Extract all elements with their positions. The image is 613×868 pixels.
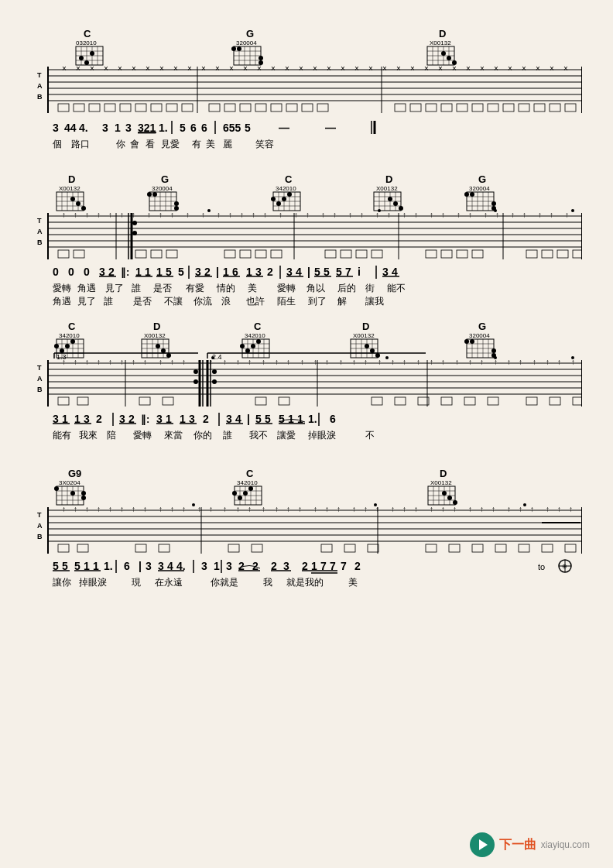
svg-text:×: × [341,64,345,73]
svg-text:是否: 是否 [153,283,172,293]
svg-text:來當: 來當 [164,430,183,441]
svg-text:你: 你 [115,139,125,149]
svg-text:↑: ↑ [108,505,112,513]
svg-text:×: × [243,64,248,73]
svg-text:愛轉: 愛轉 [133,430,152,441]
svg-rect-615 [252,544,262,552]
svg-text:有愛: 有愛 [186,283,204,293]
svg-text:能不: 能不 [387,283,406,293]
svg-rect-252 [325,250,336,258]
svg-text:見愛: 見愛 [161,139,180,149]
svg-text:你流: 你流 [193,296,212,307]
svg-point-626 [192,503,195,506]
svg-text:↑: ↑ [414,505,418,513]
svg-text:笑容: 笑容 [255,139,274,149]
svg-text:⊕: ⊕ [562,563,567,570]
svg-point-628 [523,503,526,506]
svg-text:↑: ↑ [228,211,232,219]
svg-rect-90 [240,104,251,112]
svg-rect-249 [240,250,251,258]
svg-text:↑: ↑ [132,505,135,513]
svg-text:街: 街 [365,283,375,293]
svg-point-627 [374,503,377,506]
svg-text:↑: ↑ [313,505,317,513]
svg-rect-448 [77,397,88,405]
svg-text:↑: ↑ [480,358,484,366]
svg-text:↑: ↑ [279,211,283,219]
svg-rect-456 [441,397,452,405]
svg-text:↑: ↑ [352,505,356,513]
svg-rect-256 [426,250,437,258]
svg-text:解: 解 [337,296,347,307]
svg-rect-624 [542,544,553,552]
svg-text:1: 1 [214,560,220,572]
svg-text:↑: ↑ [387,211,391,219]
svg-point-360 [156,344,160,348]
svg-text:↑: ↑ [430,211,433,219]
svg-text:×: × [299,64,303,73]
svg-point-171 [282,197,286,201]
svg-text:1.: 1. [159,122,168,134]
svg-rect-447 [58,397,69,405]
svg-text:655: 655 [223,122,241,134]
svg-text:↑: ↑ [248,505,252,513]
tab-B-s2: B [37,238,43,246]
svg-point-372 [245,348,250,353]
svg-text:誰: 誰 [132,283,141,293]
chord-D-s2: D [68,173,75,185]
svg-text:↑: ↑ [550,211,553,219]
svg-rect-246 [151,250,162,258]
svg-text:5: 5 [178,266,184,278]
svg-point-272 [132,231,137,235]
svg-text:5: 5 [180,122,186,134]
svg-rect-251 [271,250,282,258]
svg-text:↑: ↑ [519,358,522,366]
chord-grid-G9-s4 [54,486,86,505]
svg-text:↑: ↑ [209,505,213,513]
svg-text:↑: ↑ [62,211,66,219]
svg-text:↑: ↑ [414,211,418,219]
svg-rect-260 [526,250,537,258]
play-button[interactable] [470,832,495,857]
svg-text:路口: 路口 [71,139,90,149]
svg-text:×: × [104,64,108,73]
svg-rect-87 [182,104,193,112]
svg-text:↑: ↑ [557,505,561,513]
svg-rect-610 [58,544,69,552]
svg-text:↑: ↑ [507,505,511,513]
chord-C-s1-fret: 032010 [76,39,97,46]
svg-text:↑: ↑ [143,505,147,513]
svg-rect-85 [151,104,162,112]
svg-text:×: × [118,64,122,73]
svg-text:×: × [132,64,136,73]
svg-rect-257 [441,250,452,258]
svg-rect-254 [356,250,367,258]
svg-rect-453 [372,397,382,405]
svg-text:↑: ↑ [263,211,267,219]
svg-rect-461 [573,397,582,405]
svg-text:‖:: ‖: [121,266,129,278]
svg-rect-458 [488,397,498,405]
svg-rect-97 [410,104,421,112]
chord-D-s2-fret: X00132 [59,185,80,192]
svg-point-22 [259,56,263,60]
svg-text:↑: ↑ [108,358,112,366]
svg-text:你就是: 你就是 [210,577,238,588]
next-song-label[interactable]: 下一曲 [499,837,536,853]
chord-G-s2-2: G [478,173,486,185]
svg-text:—: — [279,122,289,134]
svg-text:↑: ↑ [306,211,310,219]
svg-text:↑: ↑ [364,505,368,513]
svg-point-383 [365,344,369,348]
svg-text:↑: ↑ [402,505,406,513]
svg-rect-454 [395,397,406,405]
svg-point-159 [174,206,179,211]
svg-rect-253 [341,250,351,258]
svg-text:—: — [325,122,336,134]
chord-D-s4: D [440,468,447,479]
lyric-s2-1: 愛轉 [53,283,71,293]
svg-rect-244 [74,250,84,258]
svg-rect-91 [255,104,266,112]
svg-text:角遇: 角遇 [77,283,96,293]
svg-text:↑: ↑ [62,505,66,513]
